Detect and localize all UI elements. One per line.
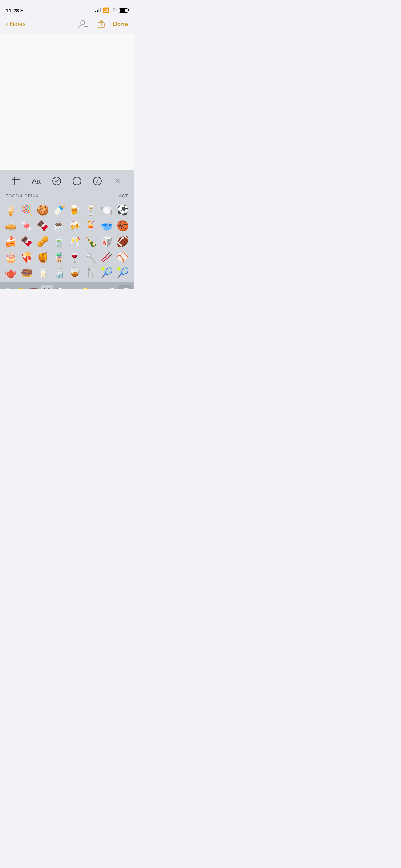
close-icon: ✕ xyxy=(114,176,121,186)
note-content-area[interactable] xyxy=(0,34,134,170)
text-format-button[interactable]: Aa xyxy=(30,174,43,188)
emoji-basketball[interactable]: 🏀 xyxy=(115,218,131,233)
category-activities-label: ACT xyxy=(119,193,128,198)
emoji-chocolate[interactable]: 🍫 xyxy=(35,218,51,233)
emoji-baby-bottle[interactable]: 🍼 xyxy=(51,202,67,218)
category-travel-button[interactable]: 🚗 xyxy=(66,285,79,289)
emoji-tropical-drink[interactable]: 🍹 xyxy=(83,218,99,233)
emoji-tennis[interactable]: 🎾 xyxy=(99,265,115,280)
emoji-wine[interactable]: 🍷 xyxy=(67,249,83,265)
emoji-coffee[interactable]: ☕ xyxy=(51,218,67,233)
table-button[interactable] xyxy=(9,174,23,188)
category-objects-button[interactable]: 💡 xyxy=(79,285,92,289)
nav-bar: ‹ Notes Done xyxy=(0,16,134,34)
emoji-donut[interactable]: 🍩 xyxy=(19,265,35,280)
markup-button[interactable]: A xyxy=(91,174,104,188)
signal-icon xyxy=(95,8,101,12)
emoji-tumbler[interactable]: 🥃 xyxy=(67,265,83,280)
emoji-section-label: FOOD & DRINK ACT xyxy=(0,192,134,201)
keyboard-category-bar: 🕐 😊 🐻 ⚽ 🚗 💡 &# 🏳️ xyxy=(0,282,134,289)
category-recent-button[interactable]: 🕐 xyxy=(1,285,14,289)
nav-left[interactable]: ‹ Notes xyxy=(6,20,26,28)
emoji-sake[interactable]: 🍶 xyxy=(51,265,67,280)
category-food-button[interactable] xyxy=(40,285,53,289)
back-chevron-icon[interactable]: ‹ xyxy=(6,20,8,28)
checklist-button[interactable] xyxy=(50,174,63,188)
add-person-icon[interactable] xyxy=(78,19,89,30)
format-toolbar: Aa A ✕ xyxy=(0,170,134,192)
emoji-teapot[interactable]: 🫖 xyxy=(3,265,19,280)
category-symbols-button[interactable]: &# xyxy=(92,285,105,289)
emoji-candy[interactable]: 🍬 xyxy=(19,218,35,233)
emoji-bubble-tea[interactable]: 🧋 xyxy=(51,249,67,265)
nav-right: Done xyxy=(78,19,128,30)
category-activities-button[interactable]: ⚽ xyxy=(53,285,66,289)
emoji-honey-pot[interactable]: 🍯 xyxy=(35,249,51,265)
emoji-milk[interactable]: 🥛 xyxy=(35,265,51,280)
add-button[interactable] xyxy=(70,174,84,188)
category-flags-button[interactable]: 🏳️ xyxy=(105,285,118,289)
emoji-grid: 🍦 🍭 🍪 🍼 🍺 🍸 🍽️ ⚽ 🥧 🍬 🍫 ☕ 🍻 🍹 🥣 🏀 🍰 🍫 🥜 🍵… xyxy=(0,201,134,282)
status-bar: 11:28 ➤ 📶 xyxy=(0,0,134,16)
svg-point-11 xyxy=(53,177,61,185)
status-time: 11:28 xyxy=(6,7,19,14)
emoji-peanuts[interactable]: 🥜 xyxy=(35,233,51,249)
emoji-takeout-box[interactable]: 🥡 xyxy=(99,233,115,249)
emoji-soccer[interactable]: ⚽ xyxy=(115,202,131,218)
wifi-symbol-icon xyxy=(111,8,117,12)
svg-rect-6 xyxy=(12,177,20,185)
wifi-icon: 📶 xyxy=(103,7,109,13)
emoji-popcorn[interactable]: 🍿 xyxy=(19,249,35,265)
back-notes-button[interactable]: Notes xyxy=(10,21,25,28)
emoji-cookie[interactable]: 🍪 xyxy=(35,202,51,218)
emoji-fork-knife[interactable]: 🍴 xyxy=(83,265,99,280)
svg-text:A: A xyxy=(96,179,99,184)
svg-point-0 xyxy=(114,12,114,12)
emoji-birthday-cake[interactable]: 🎂 xyxy=(3,249,19,265)
delete-key[interactable] xyxy=(118,285,132,289)
svg-point-1 xyxy=(81,20,85,25)
emoji-beer[interactable]: 🍺 xyxy=(67,202,83,218)
share-icon[interactable] xyxy=(97,20,106,29)
emoji-chocolate2[interactable]: 🍫 xyxy=(19,233,35,249)
emoji-pie[interactable]: 🥧 xyxy=(3,218,19,233)
emoji-cocktail[interactable]: 🍸 xyxy=(83,202,99,218)
battery-icon xyxy=(119,8,128,13)
category-food-drink-label: FOOD & DRINK xyxy=(6,193,39,198)
emoji-ice-cream[interactable]: 🍦 xyxy=(3,202,19,218)
emoji-spoon[interactable]: 🥄 xyxy=(83,249,99,265)
emoji-bottle-popping[interactable]: 🍾 xyxy=(83,233,99,249)
emoji-plate[interactable]: 🍽️ xyxy=(99,202,115,218)
category-animals-button[interactable]: 🐻 xyxy=(27,285,40,289)
emoji-chopsticks[interactable]: 🥢 xyxy=(99,249,115,265)
location-arrow-icon: ➤ xyxy=(20,8,23,13)
emoji-cake-slice[interactable]: 🍰 xyxy=(3,233,19,249)
close-keyboard-button[interactable]: ✕ xyxy=(111,174,124,188)
emoji-lollipop[interactable]: 🍭 xyxy=(19,202,35,218)
text-cursor xyxy=(6,38,6,46)
emoji-beers[interactable]: 🍻 xyxy=(67,218,83,233)
emoji-teacup[interactable]: 🍵 xyxy=(51,233,67,249)
emoji-tennis2[interactable]: 🎾 xyxy=(115,265,131,280)
category-smileys-button[interactable]: 😊 xyxy=(14,285,27,289)
emoji-bowl[interactable]: 🥣 xyxy=(99,218,115,233)
emoji-baseball[interactable]: ⚾ xyxy=(115,249,131,265)
status-icons: 📶 xyxy=(95,7,128,13)
emoji-champagne-glasses[interactable]: 🥂 xyxy=(67,233,83,249)
done-button[interactable]: Done xyxy=(113,21,128,28)
text-format-label: Aa xyxy=(32,177,41,185)
emoji-football[interactable]: 🏈 xyxy=(115,233,131,249)
